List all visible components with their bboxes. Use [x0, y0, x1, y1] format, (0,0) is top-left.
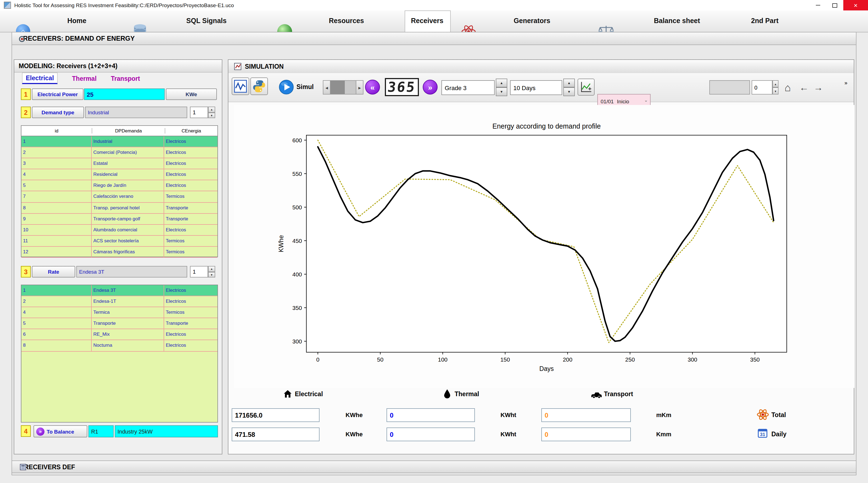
table-cell[interactable]: Comercial (Potencia): [92, 147, 164, 158]
table-cell[interactable]: 6: [22, 330, 92, 340]
transport-daily-input[interactable]: 0: [541, 427, 631, 441]
grade-combo[interactable]: Grade 3: [441, 80, 495, 95]
nav-2nd-part[interactable]: 2nd Part: [751, 17, 778, 25]
table-cell[interactable]: 1: [22, 136, 92, 147]
spin-up-icon[interactable]: ▲: [496, 79, 507, 87]
receiver-ref-input[interactable]: R1: [88, 425, 114, 437]
table-row[interactable]: 9Transporte-campo golfTransporte: [22, 214, 217, 224]
table-cell[interactable]: Termicos: [164, 247, 217, 257]
tab-transport[interactable]: Transport: [111, 75, 140, 82]
thermal-total-input[interactable]: 0: [386, 408, 475, 422]
nav-receivers[interactable]: Receivers: [411, 17, 443, 25]
table-row[interactable]: 1IndustrialElectricos: [22, 136, 217, 147]
table-cell[interactable]: Residencial: [92, 170, 164, 180]
spin-down-icon[interactable]: ▼: [563, 87, 575, 96]
table-cell[interactable]: Termicos: [164, 307, 217, 318]
scroll-left-icon[interactable]: ◀: [323, 81, 331, 94]
nav-resources[interactable]: Resources: [329, 17, 364, 25]
toolbar-overflow-button[interactable]: »: [844, 80, 847, 86]
table-cell[interactable]: Electricos: [164, 225, 217, 235]
nav-home[interactable]: Home: [67, 17, 86, 25]
spin-down-icon[interactable]: ▼: [208, 272, 215, 278]
table-row[interactable]: 6RE_MixElectricos: [22, 330, 217, 340]
table-cell[interactable]: 5: [22, 318, 92, 329]
play-button[interactable]: [279, 80, 294, 97]
table-row[interactable]: 2Comercial (Potencia)Electricos: [22, 147, 217, 158]
table-cell[interactable]: 10: [22, 225, 92, 235]
grade-spinner[interactable]: ▲▼: [496, 79, 507, 96]
offset-value[interactable]: 0: [752, 80, 772, 94]
table-cell[interactable]: Riego de Jardín: [92, 180, 164, 191]
spin-up-icon[interactable]: ▲: [563, 79, 575, 87]
table-cell[interactable]: Estatal: [92, 158, 164, 169]
electrical-power-input[interactable]: 25: [84, 88, 165, 100]
transport-total-input[interactable]: 0: [541, 408, 631, 422]
period-spinner[interactable]: ▲▼: [563, 79, 575, 96]
table-row[interactable]: 3EstatalElectricos: [22, 158, 217, 169]
to-balance-button[interactable]: » To Balance: [33, 425, 87, 437]
table-row[interactable]: 10Alumbrado comercialElectricos: [22, 225, 217, 236]
demand-type-spinner[interactable]: 1 ▲▼: [190, 107, 215, 118]
spin-up-icon[interactable]: ▲: [772, 80, 778, 87]
table-row[interactable]: 5Riego de JardínElectricos: [22, 180, 217, 192]
table-cell[interactable]: Termicos: [164, 236, 217, 246]
waveform-button[interactable]: [232, 78, 249, 95]
nav-generators[interactable]: Generators: [514, 17, 550, 25]
table-cell[interactable]: 3: [22, 158, 92, 169]
table-row[interactable]: 1Endesa 3TElectricos: [22, 285, 217, 296]
horizontal-scrollbar[interactable]: ◀ ▶: [323, 80, 364, 94]
electrical-daily-input[interactable]: 471.58: [232, 427, 319, 441]
table-row[interactable]: 2Endesa-1TElectricos: [22, 296, 217, 307]
table-row[interactable]: 5TransporteTransporte: [22, 318, 217, 330]
table-cell[interactable]: Endesa 3T: [92, 285, 164, 295]
chevron-down-icon[interactable]: ⌄: [644, 98, 648, 103]
minimize-button[interactable]: [809, 0, 826, 10]
close-button[interactable]: ×: [843, 0, 868, 10]
table-row[interactable]: 7Calefacción veranoTermicos: [22, 192, 217, 202]
nav-balance-sheet[interactable]: Balance sheet: [654, 17, 700, 25]
plot-options-button[interactable]: [578, 79, 595, 95]
table-cell[interactable]: 4: [22, 170, 92, 180]
table-row[interactable]: 4ResidencialElectricos: [22, 170, 217, 180]
scroll-right-icon[interactable]: ▶: [356, 81, 363, 94]
demand-spin-value[interactable]: 1: [190, 107, 208, 118]
table-cell[interactable]: Industrial: [92, 136, 164, 147]
scroll-thumb[interactable]: [331, 81, 345, 94]
rate-spinner[interactable]: 1 ▲▼: [190, 266, 215, 278]
table-cell[interactable]: Electricos: [164, 285, 217, 295]
spin-down-icon[interactable]: ▼: [208, 112, 215, 118]
table-cell[interactable]: Nocturna: [92, 340, 164, 351]
back-arrow-button[interactable]: ←: [799, 82, 809, 93]
table-cell[interactable]: 1: [22, 285, 92, 295]
spin-down-icon[interactable]: ▼: [772, 87, 778, 94]
tab-thermal[interactable]: Thermal: [72, 75, 97, 82]
table-cell[interactable]: Alumbrado comercial: [92, 225, 164, 235]
table-cell[interactable]: Electricos: [164, 147, 217, 158]
maximize-button[interactable]: [826, 0, 843, 10]
table-cell[interactable]: Electricos: [164, 296, 217, 307]
table-cell[interactable]: Transporte: [164, 318, 217, 329]
home-view-button[interactable]: ⌂: [784, 82, 791, 94]
table-cell[interactable]: 4: [22, 307, 92, 318]
python-button[interactable]: [250, 78, 268, 95]
table-cell[interactable]: Endesa-1T: [92, 296, 164, 307]
table-row[interactable]: 8Transp. personal hotelTransporte: [22, 202, 217, 214]
thermal-daily-input[interactable]: 0: [386, 427, 475, 441]
demand-type-value[interactable]: Industrial: [85, 107, 187, 118]
table-cell[interactable]: 8: [22, 202, 92, 213]
table-cell[interactable]: Transporte: [164, 214, 217, 224]
receiver-name-input[interactable]: Industry 25kW: [115, 425, 218, 437]
step-forward-button[interactable]: »: [423, 80, 438, 94]
table-cell[interactable]: ACS sector hostelería: [92, 236, 164, 246]
rate-spin-value[interactable]: 1: [190, 266, 208, 278]
kwe-unit-button[interactable]: KWe: [166, 88, 217, 100]
tab-electrical[interactable]: Electrical: [22, 73, 58, 84]
table-cell[interactable]: RE_Mix: [92, 330, 164, 340]
period-combo[interactable]: 10 Days: [510, 80, 562, 95]
table-cell[interactable]: Transporte-campo golf: [92, 214, 164, 224]
electrical-total-input[interactable]: 171656.0: [232, 408, 319, 422]
demand-type-button[interactable]: Demand type: [32, 107, 84, 118]
table-cell[interactable]: 12: [22, 247, 92, 257]
spin-up-icon[interactable]: ▲: [208, 266, 215, 272]
spin-up-icon[interactable]: ▲: [208, 107, 215, 112]
